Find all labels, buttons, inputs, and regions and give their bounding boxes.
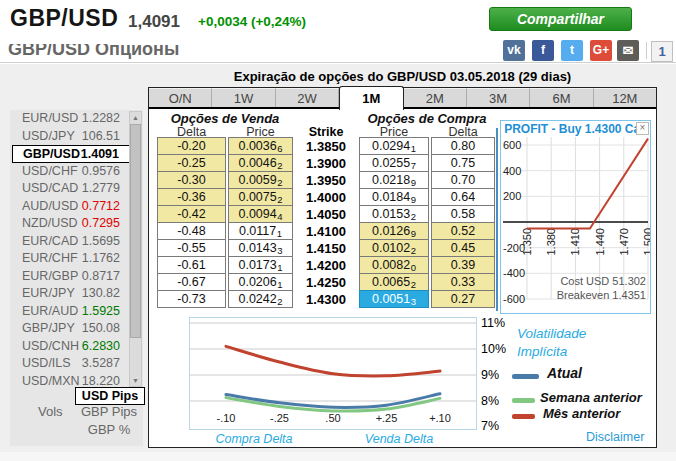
twitter-icon[interactable]: t: [561, 40, 583, 61]
tab-1w[interactable]: 1W: [212, 88, 275, 107]
call-delta-cell[interactable]: 0.27: [431, 290, 495, 308]
put-price-cell[interactable]: 0.00462: [228, 154, 293, 172]
legend-swatch-semana-anterior: [512, 398, 535, 403]
profit-chart-edge-handle[interactable]: [496, 128, 498, 311]
sidebar-pair-usd-jpy[interactable]: USD/JPY106.51: [10, 128, 143, 146]
call-price-subpip: 3: [411, 296, 416, 307]
tab-2w[interactable]: 2W: [276, 88, 339, 107]
call-price-cell[interactable]: 0.02557: [359, 154, 429, 172]
vol-ytick-7: 7%: [481, 419, 499, 433]
svg-text:1.410: 1.410: [569, 228, 581, 256]
call-price-subpip: 9: [411, 194, 416, 205]
call-price-cell[interactable]: 0.01022: [359, 239, 429, 257]
call-price-cell[interactable]: 0.02941: [359, 137, 429, 155]
venda-delta-axis-label[interactable]: Venda Delta: [339, 432, 459, 446]
put-delta-cell[interactable]: -0.55: [157, 239, 226, 257]
google-plus-icon[interactable]: G+: [590, 40, 612, 61]
call-delta-cell[interactable]: 0.58: [431, 205, 495, 223]
call-price-subpip: 2: [411, 279, 416, 290]
call-delta-cell[interactable]: 0.70: [431, 171, 495, 189]
spacer: [149, 154, 157, 172]
sidebar-pair-nzd-usd[interactable]: NZD/USD0.7295: [10, 215, 143, 233]
call-delta-cell[interactable]: 0.75: [431, 154, 495, 172]
strike-value: 1.4300: [293, 290, 359, 308]
sidebar-scrollbar[interactable]: ▲ ▼: [129, 111, 142, 387]
put-price-cell[interactable]: 0.01433: [228, 239, 293, 257]
tab-6m[interactable]: 6M: [530, 88, 593, 107]
sidebar-pair-usd-cnh[interactable]: USD/CNH6.2830: [10, 338, 143, 356]
sidebar-pair-usd-chf[interactable]: USD/CHF0.9576: [10, 163, 143, 181]
put-delta-cell[interactable]: -0.67: [157, 273, 226, 291]
put-price-cell[interactable]: 0.01171: [228, 222, 293, 240]
options-row-1.4000: -0.360.007521.40000.018490.64: [149, 188, 495, 206]
vol-mode-gbp-percent[interactable]: GBP %: [75, 422, 143, 437]
call-delta-cell[interactable]: 0.39: [431, 256, 495, 274]
tab-3m[interactable]: 3M: [467, 88, 530, 107]
pair-value: 0.7295: [82, 215, 120, 233]
volatility-chart-plot: -.10-.25.50+.25+.10: [190, 318, 476, 429]
sidebar-pair-usd-cad[interactable]: USD/CAD1.2779: [10, 180, 143, 198]
disclaimer-link[interactable]: Disclaimer: [586, 430, 644, 444]
call-delta-cell[interactable]: 0.64: [431, 188, 495, 206]
put-price-cell[interactable]: 0.00366: [228, 137, 293, 155]
put-delta-cell[interactable]: -0.48: [157, 222, 226, 240]
put-delta-cell[interactable]: -0.61: [157, 256, 226, 274]
tab-1m[interactable]: 1M: [339, 86, 403, 110]
put-price-cell[interactable]: 0.01731: [228, 256, 293, 274]
sidebar-pair-eur-chf[interactable]: EUR/CHF1.1762: [10, 250, 143, 268]
tab-12m[interactable]: 12M: [594, 88, 656, 107]
pair-value: 150.08: [82, 320, 120, 338]
put-delta-cell[interactable]: -0.42: [157, 205, 226, 223]
sidebar-pair-usd-ils[interactable]: USD/ILS3.5287: [10, 355, 143, 373]
spacer: [149, 256, 157, 274]
put-price-cell[interactable]: 0.00592: [228, 171, 293, 189]
call-delta-cell[interactable]: 0.52: [431, 222, 495, 240]
sidebar-pair-aud-usd[interactable]: AUD/USD0.7712: [10, 198, 143, 216]
put-price-cell[interactable]: 0.02061: [228, 273, 293, 291]
email-icon[interactable]: ✉: [617, 40, 639, 61]
scrollbar-thumb[interactable]: [130, 124, 141, 338]
put-delta-cell[interactable]: -0.25: [157, 154, 226, 172]
call-delta-cell[interactable]: 0.80: [431, 137, 495, 155]
call-price-cell[interactable]: 0.00513: [359, 290, 429, 308]
svg-text:1.440: 1.440: [594, 228, 606, 256]
share-button[interactable]: Compartilhar: [489, 7, 632, 31]
put-delta-cell[interactable]: -0.30: [157, 171, 226, 189]
scroll-up-icon[interactable]: ▲: [130, 112, 141, 123]
sidebar-pair-eur-jpy[interactable]: EUR/JPY130.82: [10, 285, 143, 303]
sidebar-pair-eur-aud[interactable]: EUR/AUD1.5925: [10, 303, 143, 321]
call-delta-cell[interactable]: 0.33: [431, 273, 495, 291]
put-delta-cell[interactable]: -0.36: [157, 188, 226, 206]
call-price-subpip: 7: [411, 160, 416, 171]
sidebar-pair-eur-gbp[interactable]: EUR/GBP0.8717: [10, 268, 143, 286]
bottom-strip: [0, 452, 676, 461]
facebook-icon[interactable]: f: [532, 40, 554, 61]
social-separator: [646, 42, 647, 59]
call-price-cell[interactable]: 0.01532: [359, 205, 429, 223]
vol-mode-gbp-pips[interactable]: GBP Pips: [75, 404, 143, 419]
call-price-cell[interactable]: 0.00652: [359, 273, 429, 291]
put-price-subpip: 2: [277, 296, 282, 307]
put-price-cell[interactable]: 0.00752: [228, 188, 293, 206]
put-delta-cell[interactable]: -0.20: [157, 137, 226, 155]
sidebar-pair-eur-usd[interactable]: EUR/USD1.2282: [10, 110, 143, 128]
vk-icon[interactable]: vk: [503, 40, 525, 61]
tab-o-n[interactable]: O/N: [149, 88, 212, 107]
compra-delta-axis-label[interactable]: Compra Delta: [194, 432, 314, 446]
call-delta-cell[interactable]: 0.45: [431, 239, 495, 257]
strike-value: 1.3900: [293, 154, 359, 172]
call-price-cell[interactable]: 0.01849: [359, 188, 429, 206]
call-price-cell[interactable]: 0.02189: [359, 171, 429, 189]
call-price-cell[interactable]: 0.00820: [359, 256, 429, 274]
put-delta-cell[interactable]: -0.73: [157, 290, 226, 308]
vol-mode-usd-pips[interactable]: USD Pips: [75, 387, 145, 405]
put-price-cell[interactable]: 0.00944: [228, 205, 293, 223]
tab-2m[interactable]: 2M: [404, 88, 467, 107]
sidebar-pair-gbp-usd[interactable]: GBP/USD1.4091: [12, 145, 131, 163]
sidebar-pair-gbp-jpy[interactable]: GBP/JPY150.08: [10, 320, 143, 338]
scroll-down-icon[interactable]: ▼: [130, 375, 141, 386]
close-icon[interactable]: ×: [636, 122, 649, 135]
call-price-cell[interactable]: 0.01269: [359, 222, 429, 240]
sidebar-pair-eur-cad[interactable]: EUR/CAD1.5695: [10, 233, 143, 251]
put-price-cell[interactable]: 0.02422: [228, 290, 293, 308]
